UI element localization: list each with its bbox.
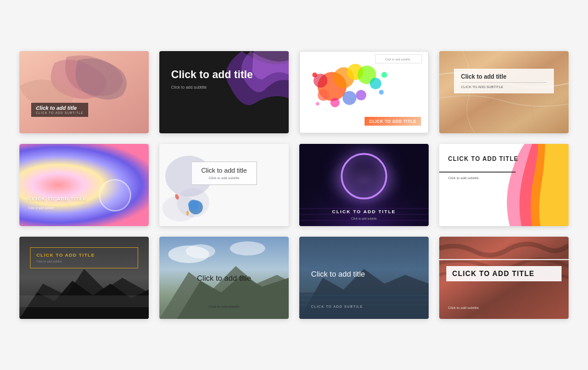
card-subtitle: Click to add subtitle — [159, 305, 289, 308]
svg-point-18 — [316, 102, 319, 106]
template-card-5[interactable]: CLICK TO ADD TITLE Click to add subtitle — [19, 144, 149, 226]
template-card-10[interactable]: Click to add title Click to add subtitle — [159, 237, 289, 319]
template-card-1[interactable]: Click to add title CLICK TO ADD SUBTITLE — [19, 51, 149, 133]
card-subtitle: CLICK TO ADD SUBTILE — [311, 305, 363, 308]
card-title: CLICK TO ADD TITLE — [448, 156, 519, 162]
blob-decoration-2 — [177, 188, 209, 217]
card-subtitle: Click to add subtitle — [448, 306, 479, 310]
card-title: Click to add title — [201, 167, 247, 174]
card-title: CLICK TO ADD TITLE — [452, 270, 556, 278]
card-title: Click to add title — [171, 69, 277, 82]
svg-point-14 — [356, 90, 366, 100]
template-card-12[interactable]: CLICK TO ADD TITLE Click to add subtitle — [439, 237, 569, 319]
svg-point-17 — [379, 90, 384, 95]
svg-point-11 — [370, 78, 382, 89]
title-box: CLICK TO ADD TITLE — [365, 117, 421, 126]
card-subtitle: CLICK TO ADD SUBTITLE — [461, 82, 547, 89]
svg-point-42 — [186, 244, 215, 258]
template-card-6[interactable]: Click to add title Click to add subtitle — [159, 144, 289, 226]
card-title: CLICK TO ADD TITLE — [36, 253, 132, 258]
card-title: CLICK TO ADD TITLE — [299, 209, 429, 214]
card-subtitle: Click to add subtitle — [448, 176, 479, 180]
bg-graphic — [159, 51, 289, 133]
circle-decoration — [99, 179, 131, 211]
title-box: Click to add title Click to add subtitle — [191, 162, 257, 185]
card-title: Click to add title — [197, 274, 251, 282]
svg-point-10 — [318, 89, 329, 101]
card-title: Click to add title — [311, 270, 365, 278]
card-subtitle: Click to add subtitle — [171, 85, 277, 89]
card-title: Click to add title — [36, 105, 83, 111]
svg-point-43 — [230, 241, 265, 255]
svg-rect-39 — [19, 295, 149, 307]
template-card-7[interactable]: CLICK TO ADD TITLE Click to add subtitle — [299, 144, 429, 226]
card-title: CLICK TO ADD TITLE — [28, 196, 86, 201]
svg-point-13 — [343, 91, 357, 105]
svg-point-15 — [312, 72, 317, 77]
card-title: Click to add title — [461, 73, 547, 80]
bg-graphic — [19, 51, 149, 133]
card-subtitle: Click to add subtitle — [28, 206, 54, 210]
card-subtitle: Click to add subtitle — [201, 176, 247, 180]
svg-point-16 — [382, 72, 387, 78]
template-card-9[interactable]: CLICK TO ADD TITLE Click to add subtitle — [19, 237, 149, 319]
template-grid: Click to add title CLICK TO ADD SUBTITLE… — [0, 28, 588, 342]
template-card-3[interactable]: Click to add subtitle CLICK TO ADD TITLE — [299, 51, 429, 133]
title-box: CLICK TO ADD TITLE — [446, 266, 562, 281]
card-subtitle: Click to add subtitle — [36, 260, 132, 263]
svg-point-12 — [330, 98, 340, 107]
title-area: Click to add title Click to add subtitle — [171, 69, 277, 89]
template-card-4[interactable]: Click to add title CLICK TO ADD SUBTITLE — [439, 51, 569, 133]
card-title: CLICK TO ADD TITLE — [369, 119, 416, 123]
title-box: Click to add title CLICK TO ADD SUBTITLE — [454, 69, 554, 93]
template-card-8[interactable]: CLICK TO ADD TITLE Click to add subtitle — [439, 144, 569, 226]
template-card-11[interactable]: Click to add title CLICK TO ADD SUBTILE — [299, 237, 429, 319]
svg-text:Click to add subtitle: Click to add subtitle — [385, 58, 410, 61]
svg-rect-53 — [439, 259, 569, 260]
title-box: CLICK TO ADD TITLE Click to add subtitle — [30, 247, 138, 268]
title-overlay: Click to add title CLICK TO ADD SUBTITLE — [31, 103, 88, 117]
card-subtitle: CLICK TO ADD SUBTITLE — [36, 111, 83, 115]
template-card-2[interactable]: Click to add title Click to add subtitle — [159, 51, 289, 133]
card-subtitle: Click to add subtitle — [299, 217, 429, 220]
